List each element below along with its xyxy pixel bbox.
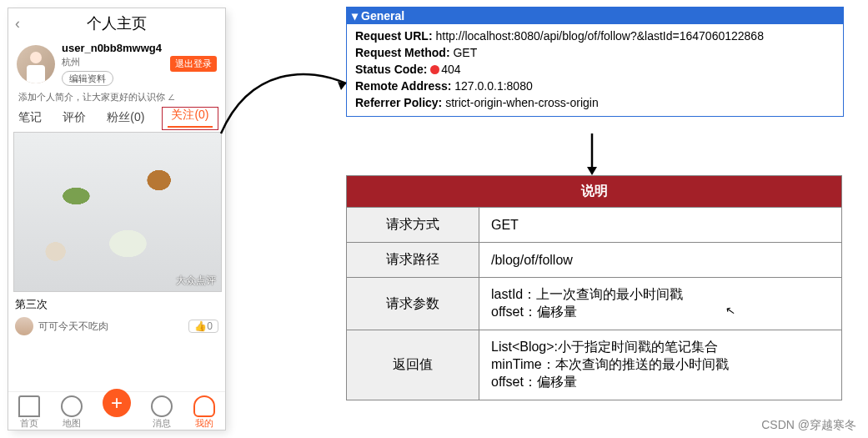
page-title-text: 个人主页 — [87, 15, 147, 32]
edit-profile-button[interactable]: 编辑资料 — [62, 71, 113, 86]
cursor-icon: ↖ — [725, 303, 737, 318]
home-icon — [18, 395, 40, 417]
arrow-devtools-to-table — [584, 133, 600, 184]
api-spec-table: 说明 请求方式GET请求路径/blog/of/follow请求参数lastId：… — [346, 175, 842, 400]
nav-add[interactable]: + — [103, 395, 131, 428]
page-title: ‹ 个人主页 — [8, 8, 225, 37]
back-icon[interactable]: ‹ — [15, 15, 20, 33]
user-icon — [193, 395, 215, 417]
tab-reviews[interactable]: 评价 — [59, 107, 89, 130]
row-value: List<Blog>:小于指定时间戳的笔记集合minTime：本次查询的推送的最… — [479, 330, 842, 400]
location: 杭州 — [62, 56, 163, 68]
profile-tabs: 笔记 评价 粉丝(0) 关注(0) — [8, 107, 225, 130]
tab-followers[interactable]: 粉丝(0) — [103, 107, 148, 130]
nav-me[interactable]: 我的 — [193, 395, 215, 428]
devtools-line: Request URL: http://localhost:8080/api/b… — [355, 28, 835, 44]
devtools-line: Request Method: GET — [355, 44, 835, 61]
logout-button[interactable]: 退出登录 — [170, 56, 217, 72]
table-row: 返回值List<Blog>:小于指定时间戳的笔记集合minTime：本次查询的推… — [347, 330, 842, 400]
chat-icon — [151, 395, 173, 417]
bio-hint[interactable]: 添加个人简介，让大家更好的认识你 ∠ — [8, 88, 225, 105]
photo-watermark: 大众点评 — [176, 274, 216, 288]
feed-caption: 第三次 — [13, 292, 220, 314]
bottom-nav: 首页 地图 + 消息 我的 — [8, 391, 225, 430]
table-row: 请求路径/blog/of/follow — [347, 243, 842, 278]
nav-home[interactable]: 首页 — [18, 395, 40, 428]
avatar[interactable] — [17, 45, 55, 83]
row-value: lastId：上一次查询的最小时间戳offset：偏移量 — [479, 278, 842, 330]
username: user_n0bb8mwwg4 — [62, 42, 163, 54]
feed-photo[interactable]: 大众点评 — [13, 132, 222, 292]
devtools-section-title[interactable]: General — [347, 8, 843, 24]
csdn-watermark: CSDN @穿越寒冬 — [761, 418, 856, 433]
row-key: 请求参数 — [347, 278, 479, 330]
nav-messages[interactable]: 消息 — [151, 395, 173, 428]
tab-notes[interactable]: 笔记 — [15, 107, 45, 130]
plus-icon: + — [103, 389, 131, 417]
row-key: 返回值 — [347, 330, 479, 400]
table-row: 请求参数lastId：上一次查询的最小时间戳offset：偏移量 — [347, 278, 842, 330]
table-row: 请求方式GET — [347, 208, 842, 243]
author-avatar[interactable] — [15, 317, 33, 335]
nav-map[interactable]: 地图 — [61, 395, 83, 428]
row-value: /blog/of/follow — [479, 243, 842, 278]
like-button[interactable]: 👍0 — [188, 320, 218, 333]
row-key: 请求方式 — [347, 208, 479, 243]
row-key: 请求路径 — [347, 243, 479, 278]
map-icon — [61, 395, 83, 417]
devtools-line: Remote Address: 127.0.0.1:8080 — [355, 78, 835, 94]
devtools-line: Status Code: 404 — [355, 61, 835, 78]
tab-following[interactable]: 关注(0) — [168, 104, 212, 128]
devtools-general-panel: General Request URL: http://localhost:80… — [346, 7, 844, 117]
row-value: GET — [479, 208, 842, 243]
tab-following-highlight: 关注(0) — [162, 107, 218, 130]
author-name: 可可今天不吃肉 — [38, 320, 108, 334]
phone-mockup: ‹ 个人主页 user_n0bb8mwwg4 杭州 编辑资料 退出登录 添加个人… — [8, 8, 225, 430]
devtools-line: Referrer Policy: strict-origin-when-cros… — [355, 94, 835, 111]
arrow-phone-to-devtools — [217, 58, 359, 142]
